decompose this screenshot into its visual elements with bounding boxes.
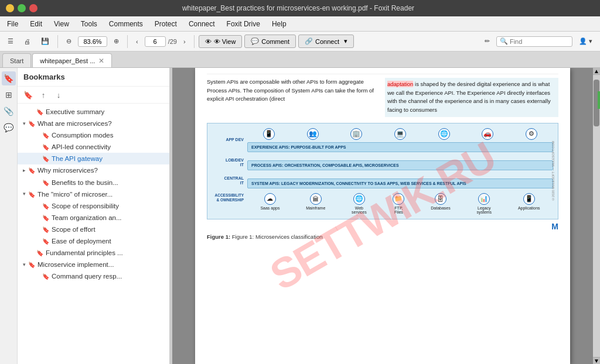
scrollbar[interactable]: ▲ ▼ <box>593 68 600 364</box>
process-api-title: PROCESS APIS: ORCHESTRATION, COMPOSABLE … <box>251 163 399 167</box>
scroll-down-button[interactable]: ▼ <box>593 357 600 364</box>
sidebar-panel: Bookmarks 🔖 ↑ ↓ 🔖 Executive summary ▾ 🔖 … <box>18 68 170 364</box>
menu-view[interactable]: View <box>49 19 74 29</box>
process-api-row: LOB/DEVIT PROCESS APIS: ORCHESTRATION, C… <box>212 156 553 170</box>
bookmark-api-led[interactable]: 🔖 API-led connectivity <box>18 141 169 153</box>
icon-ftp-files: 📁 FTP,Files <box>393 193 404 214</box>
total-pages: /29 <box>168 38 177 45</box>
sidebar-header: Bookmarks <box>18 68 169 87</box>
separator <box>57 35 58 48</box>
zoom-in-button[interactable]: ⊕ <box>110 35 123 47</box>
page-number-input[interactable] <box>145 36 166 47</box>
comment-icon: 💬 <box>251 37 259 45</box>
pdf-content: System APIs are composable with other AP… <box>195 68 570 364</box>
bookmark-label4: API-led connectivity <box>52 142 111 152</box>
sidebar-toggle-button[interactable]: ☰ <box>4 35 18 47</box>
bookmark-icon6: 🔖 <box>28 167 35 175</box>
bookmark-label10: Team organization an... <box>52 213 122 222</box>
save-button[interactable]: 💾 <box>37 35 53 47</box>
bookmark-fundamental[interactable]: 🔖 Fundamental principles ... <box>18 247 169 259</box>
tab-start[interactable]: Start <box>2 53 31 67</box>
tab-close-button[interactable]: ✕ <box>98 57 104 65</box>
zoom-out-button[interactable]: ⊖ <box>62 35 76 47</box>
connect-button[interactable]: 🔗 Connect ▾ <box>298 35 354 48</box>
view-button[interactable]: 👁 👁 View <box>199 35 243 48</box>
icon-mainframe: 🏛 Mainframe <box>306 193 325 214</box>
menu-edit[interactable]: Edit <box>25 19 47 29</box>
bookmark-label: Executive summary <box>46 107 104 116</box>
add-bookmark-button[interactable]: 🔖 <box>22 89 34 101</box>
bookmark-label3: Consumption modes <box>52 131 113 140</box>
bookmark-micro[interactable]: ▾ 🔖 The "micro" of microser... <box>18 188 169 200</box>
connect-icon: 🔗 <box>305 37 313 45</box>
mulesoft-logo: M <box>207 222 558 231</box>
icon-globe: 🌐 <box>438 128 450 140</box>
bookmark-api-gateway[interactable]: 🔖 The API gateway <box>18 153 169 164</box>
bookmark-team-org[interactable]: 🔖 Team organization an... <box>18 212 169 224</box>
highlight-span: adaptation <box>387 81 413 87</box>
search-icon: 🔍 <box>500 37 508 45</box>
bookmark-icon15: 🔖 <box>42 273 49 281</box>
experience-api-row: APP DEV 📱 👥 🏢 <box>212 128 553 152</box>
system-api-box: SYSTEM APIS: LEGACY MODERNIZATION, CONNE… <box>247 178 553 188</box>
bookmark-why-microservices[interactable]: ▸ 🔖 Why microservices? <box>18 164 169 176</box>
icon-laptop: 💻 <box>394 128 406 140</box>
zoom-level-input[interactable]: 83.6% <box>78 36 107 47</box>
experience-icons: 📱 👥 🏢 💻 <box>247 128 553 140</box>
menu-tools[interactable]: Tools <box>76 19 102 29</box>
bookmark-up-button[interactable]: ↑ <box>38 89 49 101</box>
bookmarks-icon[interactable]: 🔖 <box>2 71 16 85</box>
separator3 <box>194 35 195 48</box>
eye-icon: 👁 <box>205 38 212 45</box>
bookmark-icon5: 🔖 <box>42 155 49 163</box>
menu-file[interactable]: File <box>2 19 23 29</box>
tab-document[interactable]: whitepaper_Best ... ✕ <box>32 53 112 67</box>
menu-connect[interactable]: Connect <box>184 19 220 29</box>
layers-icon[interactable]: ⊞ <box>2 88 16 102</box>
bookmark-icon8: 🔖 <box>28 191 35 199</box>
comment-button[interactable]: 💬 Comment <box>244 35 296 48</box>
print-button[interactable]: 🖨 <box>20 36 35 47</box>
bookmark-ease-deploy[interactable]: 🔖 Ease of deployment <box>18 235 169 247</box>
bookmark-down-button[interactable]: ↓ <box>53 89 64 101</box>
prev-page-button[interactable]: ‹ <box>132 36 142 47</box>
menu-protect[interactable]: Protect <box>150 19 182 29</box>
maximize-button[interactable] <box>18 4 26 12</box>
bookmark-executive-summary[interactable]: 🔖 Executive summary <box>18 106 169 118</box>
menu-help[interactable]: Help <box>267 19 291 29</box>
menu-foxit-drive[interactable]: Foxit Drive <box>222 19 265 29</box>
attach-icon[interactable]: 📎 <box>2 104 16 118</box>
bookmark-microservice-impl[interactable]: ▾ 🔖 Microservice implement... <box>18 259 169 270</box>
icon-mobile: 📱 <box>263 128 275 140</box>
close-button[interactable] <box>29 4 38 12</box>
minimize-button[interactable] <box>6 4 14 12</box>
bookmarks-tree: 🔖 Executive summary ▾ 🔖 What are microse… <box>18 104 169 364</box>
icon-applications: 📱 Applications <box>518 193 540 214</box>
bookmark-scope-resp[interactable]: 🔖 Scope of responsibility <box>18 200 169 212</box>
next-page-button[interactable]: › <box>179 36 190 47</box>
bookmark-what-microservices[interactable]: ▾ 🔖 What are microservices? <box>18 118 169 129</box>
side-text-container: ©2020 MULESOFT — MULESOFT.COM <box>548 129 558 213</box>
edit-tool-button[interactable]: ✏ <box>480 35 494 47</box>
user-button[interactable]: 👤 ▾ <box>575 35 596 47</box>
bookmark-scope-effort[interactable]: 🔖 Scope of effort <box>18 224 169 235</box>
comments-sidebar-icon[interactable]: 💬 <box>2 121 16 135</box>
bookmark-benefits[interactable]: 🔖 Benefits to the busin... <box>18 177 169 188</box>
window-title: whitepaper_Best practices for microservi… <box>38 4 559 12</box>
bookmark-consumption[interactable]: 🔖 Consumption modes <box>18 129 169 141</box>
figure-caption: Figure 1: Figure 1: Microservices classi… <box>207 233 558 240</box>
icon-saas: ☁ Saas apps <box>260 193 279 214</box>
menu-comments[interactable]: Comments <box>104 19 148 29</box>
pdf-text-right: adaptation is shaped by the desired digi… <box>385 78 558 117</box>
bookmark-icon9: 🔖 <box>42 202 49 211</box>
icon-car: 🚗 <box>482 128 493 140</box>
scroll-up-button[interactable]: ▲ <box>593 68 600 75</box>
bookmark-icon4: 🔖 <box>42 143 49 152</box>
bookmark-icon12: 🔖 <box>42 238 49 246</box>
bookmark-command-query[interactable]: 🔖 Command query resp... <box>18 270 169 282</box>
pdf-diagram: APP DEV 📱 👥 🏢 <box>207 123 558 219</box>
connect-dropdown-icon: ▾ <box>344 37 347 45</box>
icon-building: 🏢 <box>350 128 362 140</box>
bookmark-icon3: 🔖 <box>42 132 49 140</box>
icon-legacy-systems: 📊 Legacysystems <box>476 193 492 214</box>
